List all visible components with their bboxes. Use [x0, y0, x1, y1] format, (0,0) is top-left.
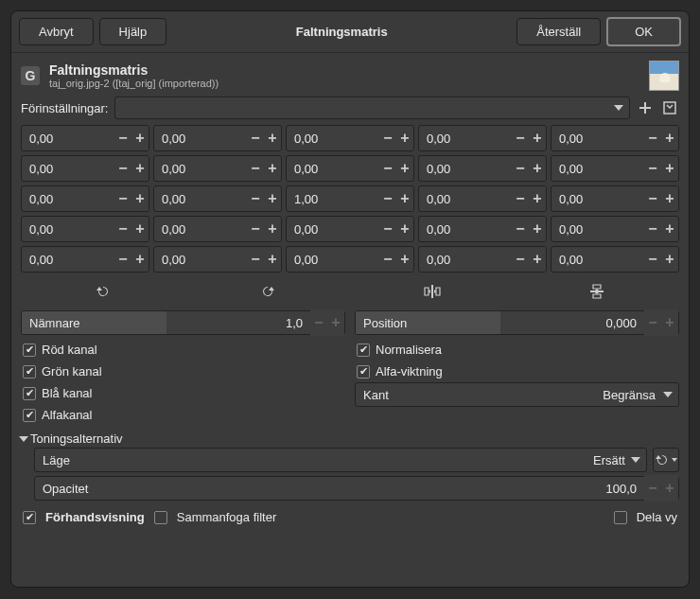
spin-minus-button[interactable]: − [379, 125, 396, 151]
matrix-cell[interactable]: 0,00−+ [153, 125, 282, 151]
spin-minus-button[interactable]: − [512, 125, 529, 151]
matrix-cell[interactable]: 0,00−+ [418, 155, 547, 182]
spin-plus-button[interactable]: + [529, 216, 546, 242]
spin-minus-button[interactable]: − [512, 185, 529, 212]
blend-mode-reset-button[interactable] [653, 448, 679, 472]
matrix-cell[interactable]: 0,00−+ [551, 185, 679, 212]
matrix-cell[interactable]: 0,00−+ [551, 216, 679, 242]
matrix-cell[interactable]: 0,00−+ [418, 246, 547, 273]
spin-plus-button[interactable]: + [264, 125, 281, 151]
divisor-field[interactable]: Nämnare 1,0 − + [21, 310, 345, 335]
spin-minus-button[interactable]: − [379, 185, 396, 212]
presets-combo[interactable] [114, 97, 631, 119]
spin-minus-button[interactable]: − [114, 185, 131, 212]
spin-plus-button[interactable]: + [396, 185, 413, 212]
spin-plus-button[interactable]: + [131, 125, 149, 151]
spin-plus-button[interactable]: + [661, 155, 678, 182]
matrix-cell[interactable]: 0,00−+ [418, 125, 547, 151]
alpha-channel-checkbox[interactable]: ✔ [23, 409, 36, 422]
matrix-cell[interactable]: 0,00−+ [21, 216, 149, 242]
cancel-button[interactable]: Avbryt [19, 18, 94, 45]
divisor-minus[interactable]: − [310, 309, 327, 336]
rotate-cw-button[interactable] [258, 282, 277, 301]
offset-field[interactable]: Position 0,000 − + [355, 310, 679, 335]
blend-mode-dropdown[interactable]: Läge Ersätt [34, 448, 647, 472]
spin-plus-button[interactable]: + [396, 125, 413, 151]
matrix-cell[interactable]: 0,00−+ [551, 246, 679, 273]
spin-minus-button[interactable]: − [114, 125, 131, 151]
alpha-weight-checkbox[interactable]: ✔ [357, 365, 370, 379]
matrix-cell[interactable]: 1,00−+ [286, 185, 414, 212]
spin-minus-button[interactable]: − [247, 155, 264, 182]
flip-horizontal-button[interactable] [423, 282, 442, 301]
spin-plus-button[interactable]: + [396, 246, 413, 273]
spin-minus-button[interactable]: − [512, 216, 529, 242]
spin-minus-button[interactable]: − [644, 216, 661, 242]
matrix-cell[interactable]: 0,00−+ [21, 125, 149, 151]
spin-plus-button[interactable]: + [529, 246, 546, 273]
spin-plus-button[interactable]: + [264, 246, 281, 273]
spin-plus-button[interactable]: + [661, 246, 678, 273]
spin-minus-button[interactable]: − [114, 216, 131, 242]
divisor-plus[interactable]: + [327, 309, 344, 336]
help-button[interactable]: Hjälp [99, 18, 167, 45]
offset-minus[interactable]: − [644, 309, 661, 336]
spin-minus-button[interactable]: − [379, 216, 396, 242]
edge-dropdown[interactable]: Kant Begränsa [355, 382, 679, 407]
matrix-cell[interactable]: 0,00−+ [286, 216, 414, 242]
spin-plus-button[interactable]: + [529, 125, 546, 151]
spin-plus-button[interactable]: + [396, 155, 413, 182]
spin-plus-button[interactable]: + [661, 216, 678, 242]
opacity-field[interactable]: Opacitet 100,0 − + [34, 476, 679, 501]
spin-plus-button[interactable]: + [264, 155, 281, 182]
spin-plus-button[interactable]: + [661, 125, 678, 151]
rotate-ccw-button[interactable] [94, 282, 113, 301]
spin-minus-button[interactable]: − [512, 155, 529, 182]
preview-checkbox[interactable]: ✔ [23, 511, 36, 524]
matrix-cell[interactable]: 0,00−+ [551, 155, 679, 182]
spin-minus-button[interactable]: − [114, 246, 131, 273]
opacity-plus[interactable]: + [661, 475, 678, 502]
matrix-cell[interactable]: 0,00−+ [21, 155, 149, 182]
matrix-cell[interactable]: 0,00−+ [153, 216, 282, 242]
spin-minus-button[interactable]: − [247, 216, 264, 242]
spin-plus-button[interactable]: + [264, 216, 281, 242]
spin-plus-button[interactable]: + [131, 216, 149, 242]
green-channel-checkbox[interactable]: ✔ [23, 365, 36, 379]
flip-vertical-button[interactable] [587, 282, 606, 301]
spin-minus-button[interactable]: − [644, 246, 661, 273]
opacity-minus[interactable]: − [644, 475, 661, 502]
matrix-cell[interactable]: 0,00−+ [153, 155, 282, 182]
red-channel-checkbox[interactable]: ✔ [23, 344, 36, 357]
reset-button[interactable]: Återställ [516, 18, 601, 45]
matrix-cell[interactable]: 0,00−+ [153, 185, 282, 212]
offset-plus[interactable]: + [661, 309, 678, 336]
merge-filter-checkbox[interactable]: ✔ [154, 511, 167, 524]
blending-section-header[interactable]: Toningsalternativ [21, 426, 679, 448]
spin-plus-button[interactable]: + [131, 155, 149, 182]
spin-minus-button[interactable]: − [644, 185, 661, 212]
spin-minus-button[interactable]: − [644, 155, 661, 182]
spin-plus-button[interactable]: + [396, 216, 413, 242]
normalize-checkbox[interactable]: ✔ [357, 344, 370, 357]
spin-minus-button[interactable]: − [247, 125, 264, 151]
matrix-cell[interactable]: 0,00−+ [286, 125, 414, 151]
spin-plus-button[interactable]: + [529, 155, 546, 182]
matrix-cell[interactable]: 0,00−+ [21, 185, 149, 212]
spin-plus-button[interactable]: + [264, 185, 281, 212]
spin-minus-button[interactable]: − [247, 185, 264, 212]
matrix-cell[interactable]: 0,00−+ [418, 185, 547, 212]
matrix-cell[interactable]: 0,00−+ [286, 155, 414, 182]
spin-minus-button[interactable]: − [379, 246, 396, 273]
spin-plus-button[interactable]: + [131, 185, 149, 212]
spin-minus-button[interactable]: − [512, 246, 529, 273]
matrix-cell[interactable]: 0,00−+ [153, 246, 282, 273]
preset-menu-button[interactable] [660, 98, 679, 117]
spin-plus-button[interactable]: + [131, 246, 149, 273]
spin-minus-button[interactable]: − [114, 155, 131, 182]
spin-plus-button[interactable]: + [529, 185, 546, 212]
spin-minus-button[interactable]: − [644, 125, 661, 151]
preset-add-button[interactable] [636, 98, 655, 117]
spin-minus-button[interactable]: − [247, 246, 264, 273]
spin-plus-button[interactable]: + [661, 185, 678, 212]
